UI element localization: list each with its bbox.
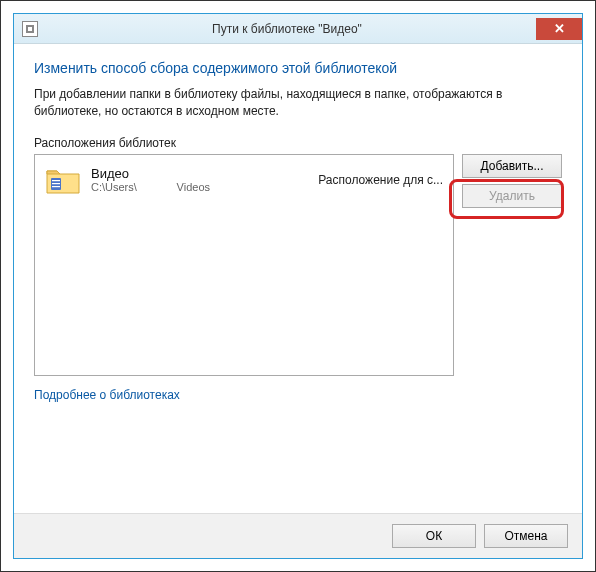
svg-rect-2 [52,183,60,184]
ok-button[interactable]: ОК [392,524,476,548]
remove-button: Удалить [462,184,562,208]
titlebar: Пути к библиотеке "Видео" ✕ [14,14,582,44]
folder-video-icon [45,165,81,195]
cancel-button[interactable]: Отмена [484,524,568,548]
dialog-footer: ОК Отмена [14,513,582,558]
add-button[interactable]: Добавить... [462,154,562,178]
item-path: C:\Users\ Videos [91,181,251,193]
svg-rect-3 [52,186,60,187]
library-locations-listbox[interactable]: Видео C:\Users\ Videos Расположение для … [34,154,454,376]
learn-more-link[interactable]: Подробнее о библиотеках [34,388,562,402]
close-icon: ✕ [554,21,565,36]
window-title: Пути к библиотеке "Видео" [38,22,536,36]
item-location: Расположение для с... [318,173,443,187]
close-button[interactable]: ✕ [536,18,582,40]
dialog-heading: Изменить способ сбора содержимого этой б… [34,60,562,76]
video-library-icon [22,21,38,37]
item-name: Видео [91,166,251,181]
list-item[interactable]: Видео C:\Users\ Videos Расположение для … [41,161,447,199]
svg-rect-1 [52,180,60,181]
dialog-description: При добавлении папки в библиотеку файлы,… [34,86,562,120]
dialog-window: Пути к библиотеке "Видео" ✕ Изменить спо… [13,13,583,559]
dialog-content: Изменить способ сбора содержимого этой б… [14,44,582,513]
section-label: Расположения библиотек [34,136,562,150]
